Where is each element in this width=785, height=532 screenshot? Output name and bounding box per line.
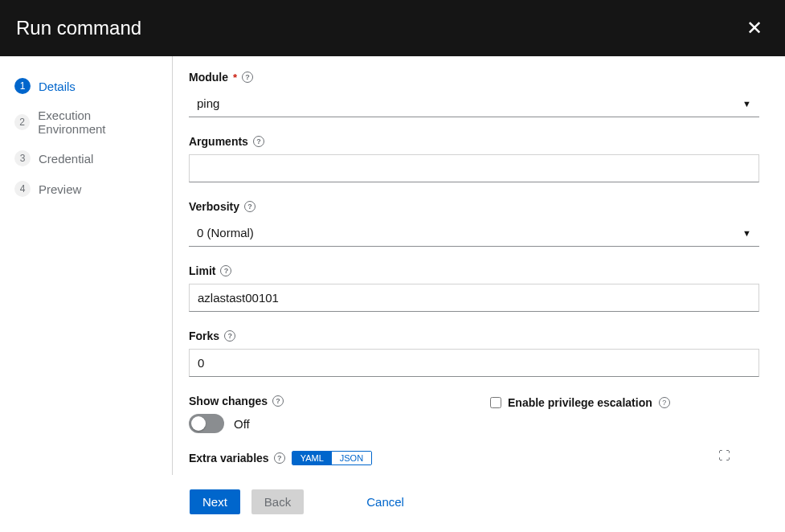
- format-tabs: YAML JSON: [292, 451, 372, 465]
- step-number: 1: [14, 78, 31, 94]
- privilege-escalation-label: Enable privilege escalation: [508, 396, 652, 409]
- verbosity-label: Verbosity: [189, 200, 239, 213]
- extra-variables-label: Extra variables: [189, 452, 269, 464]
- tab-json[interactable]: JSON: [332, 452, 371, 464]
- toggle-state-text: Off: [234, 417, 250, 431]
- help-icon[interactable]: ?: [244, 201, 256, 212]
- limit-input[interactable]: [189, 284, 759, 312]
- step-label: Execution Environment: [38, 108, 157, 136]
- module-select[interactable]: ping: [189, 90, 759, 117]
- help-icon[interactable]: ?: [272, 395, 284, 407]
- help-icon[interactable]: ?: [659, 397, 670, 408]
- tab-yaml[interactable]: YAML: [292, 452, 332, 464]
- module-label: Module: [189, 71, 228, 84]
- step-number: 4: [14, 181, 31, 197]
- show-changes-label: Show changes: [189, 395, 268, 407]
- forks-label: Forks: [189, 329, 219, 342]
- back-button: Back: [251, 489, 304, 514]
- required-indicator: *: [233, 72, 237, 84]
- step-label: Credential: [39, 152, 93, 166]
- verbosity-select[interactable]: 0 (Normal): [189, 219, 759, 247]
- form-content[interactable]: Module * ? ping ▼ Arguments ? Verbosi: [173, 56, 785, 475]
- step-label: Preview: [39, 182, 81, 196]
- modal-header: Run command ✕: [0, 0, 785, 56]
- wizard-step-credential[interactable]: 3 Credential: [0, 143, 172, 174]
- arguments-label: Arguments: [189, 135, 248, 148]
- step-number: 3: [14, 150, 31, 166]
- wizard-step-preview[interactable]: 4 Preview: [0, 174, 172, 204]
- show-changes-toggle[interactable]: [189, 414, 224, 433]
- help-icon[interactable]: ?: [220, 265, 231, 276]
- step-label: Details: [39, 80, 76, 93]
- close-icon: ✕: [746, 17, 763, 39]
- wizard-step-details[interactable]: 1 Details: [0, 71, 172, 101]
- help-icon[interactable]: ?: [242, 72, 253, 83]
- next-button[interactable]: Next: [190, 489, 240, 514]
- help-icon[interactable]: ?: [274, 452, 285, 464]
- privilege-escalation-checkbox[interactable]: [490, 397, 501, 408]
- close-button[interactable]: ✕: [740, 14, 769, 43]
- arguments-input[interactable]: [189, 154, 759, 182]
- wizard-footer: Next Back Cancel: [0, 475, 785, 532]
- forks-input[interactable]: [189, 349, 759, 377]
- cancel-button[interactable]: Cancel: [354, 489, 417, 514]
- help-icon[interactable]: ?: [224, 330, 235, 342]
- help-icon[interactable]: ?: [253, 136, 264, 147]
- limit-label: Limit: [189, 264, 215, 277]
- toggle-knob: [191, 416, 206, 431]
- wizard-sidebar: 1 Details 2 Execution Environment 3 Cred…: [0, 56, 173, 475]
- step-number: 2: [14, 114, 30, 130]
- modal-title: Run command: [16, 17, 141, 39]
- wizard-step-execution-environment[interactable]: 2 Execution Environment: [0, 101, 172, 143]
- expand-icon[interactable]: ⛶: [718, 448, 730, 462]
